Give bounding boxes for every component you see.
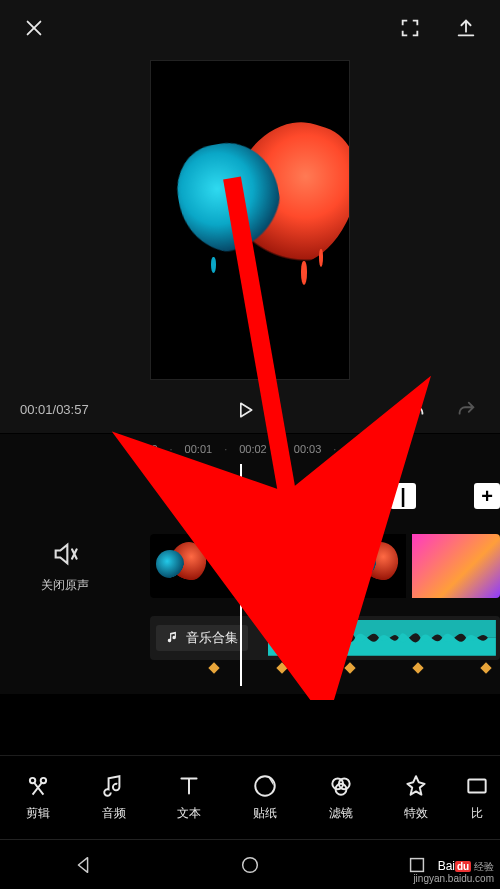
playhead[interactable] bbox=[240, 464, 242, 686]
keyframe-marker[interactable] bbox=[276, 662, 287, 673]
audio-waveform bbox=[268, 620, 496, 656]
mute-icon[interactable] bbox=[51, 540, 79, 571]
mute-label: 关闭原声 bbox=[41, 577, 89, 594]
undo-icon[interactable] bbox=[402, 396, 430, 424]
nav-back-icon[interactable] bbox=[69, 851, 97, 879]
play-icon[interactable] bbox=[231, 396, 259, 424]
ruler-tick: 00:02 bbox=[239, 443, 267, 455]
video-clip-1[interactable] bbox=[150, 534, 406, 598]
export-icon[interactable] bbox=[452, 14, 480, 42]
tool-ratio[interactable]: 比 bbox=[454, 756, 500, 839]
ruler-tick: 00:03 bbox=[294, 443, 322, 455]
transition-button-add[interactable]: + bbox=[474, 483, 500, 509]
close-icon[interactable] bbox=[20, 14, 48, 42]
video-preview[interactable] bbox=[150, 60, 350, 380]
redo-icon bbox=[452, 396, 480, 424]
tool-edit[interactable]: 剪辑 bbox=[0, 756, 76, 839]
preview-area bbox=[0, 56, 500, 386]
ruler-tick: 00:00 bbox=[130, 443, 158, 455]
tool-text[interactable]: 文本 bbox=[151, 756, 227, 839]
ruler-tick: 00:01 bbox=[185, 443, 213, 455]
nav-home-icon[interactable] bbox=[236, 851, 264, 879]
keyframe-marker[interactable] bbox=[480, 662, 491, 673]
tool-filter[interactable]: 滤镜 bbox=[303, 756, 379, 839]
transition-button-collapse[interactable]: | bbox=[390, 483, 416, 509]
timeline-ruler[interactable]: 00:00 · 00:01 · 00:02 · 00:03 · bbox=[0, 434, 500, 464]
keyframe-marker[interactable] bbox=[412, 662, 423, 673]
tool-effect[interactable]: 特效 bbox=[378, 756, 454, 839]
watermark: Baidu 经验 jingyan.baidu.com bbox=[413, 860, 494, 885]
svg-point-2 bbox=[41, 778, 46, 783]
audio-track[interactable]: 音乐合集 bbox=[150, 616, 500, 660]
video-track[interactable] bbox=[150, 534, 500, 598]
music-note-icon bbox=[166, 630, 180, 647]
svg-point-3 bbox=[255, 776, 275, 796]
svg-point-1 bbox=[30, 778, 35, 783]
tool-sticker[interactable]: 贴纸 bbox=[227, 756, 303, 839]
tool-audio[interactable]: 音频 bbox=[76, 756, 152, 839]
keyframe-marker[interactable] bbox=[208, 662, 219, 673]
time-display: 00:01/03:57 bbox=[20, 402, 89, 417]
timeline[interactable]: 关闭原声 | + 音乐合集 bbox=[0, 464, 500, 694]
audio-clip-label[interactable]: 音乐合集 bbox=[156, 625, 248, 651]
fullscreen-icon[interactable] bbox=[396, 14, 424, 42]
svg-rect-7 bbox=[468, 780, 485, 793]
keyframe-marker[interactable] bbox=[344, 662, 355, 673]
keyframe-row bbox=[150, 664, 500, 678]
system-navbar: Baidu 经验 jingyan.baidu.com bbox=[0, 839, 500, 889]
bottom-toolbar: 剪辑 音频 文本 贴纸 滤镜 特效 比 bbox=[0, 755, 500, 839]
video-clip-2[interactable] bbox=[412, 534, 500, 598]
svg-point-8 bbox=[243, 857, 258, 872]
